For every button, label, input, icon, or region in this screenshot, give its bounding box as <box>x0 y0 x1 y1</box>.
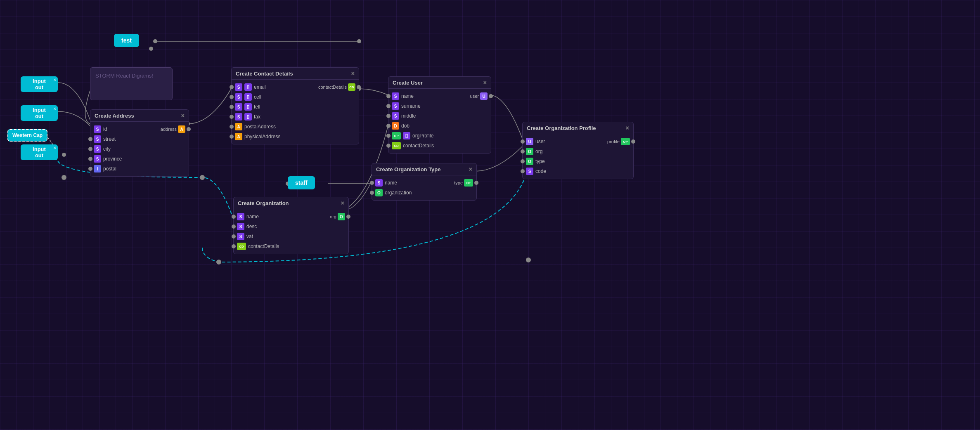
output-org: org O <box>330 213 345 220</box>
address-row-street: S street <box>90 134 189 144</box>
address-row-province: S province <box>90 154 189 164</box>
port-left-physical-addr <box>230 135 234 139</box>
create-user-node[interactable]: Create User × S name user U S surname <box>388 76 491 154</box>
create-org-profile-node[interactable]: Create Organization Profile × U user pro… <box>522 122 634 179</box>
badge-s-cell: S <box>235 93 242 101</box>
badge-cd-user: CD <box>392 142 401 149</box>
create-org-node[interactable]: Create Organization × S name org O S des… <box>233 197 349 254</box>
port-left-org-vat <box>232 234 236 239</box>
create-org-type-body: S name type OT O organization <box>372 175 476 200</box>
field-fax: fax <box>254 114 260 120</box>
orgprofile-row-code: S code <box>523 166 633 176</box>
port-left-orgprofile <box>386 134 391 138</box>
port-left-postal-addr <box>230 125 234 129</box>
field-street: street <box>103 136 116 142</box>
flow-canvas[interactable]: test staff Western Cap STORM React Digra… <box>0 0 980 430</box>
badge-bracket-email: [] <box>244 83 252 91</box>
field-postaladdress: postalAddress <box>244 124 276 130</box>
input-node-3[interactable]: × Input out <box>21 144 58 160</box>
badge-ot: OT <box>464 179 473 187</box>
port-left-name <box>386 94 391 98</box>
create-contact-node[interactable]: Create Contact Details × S [] email cont… <box>231 67 359 144</box>
create-address-node[interactable]: Create Address × S id address A S street <box>90 109 189 177</box>
badge-bracket-tell: [] <box>244 103 252 111</box>
badge-s-org-vat: S <box>237 233 244 240</box>
create-org-type-close[interactable]: × <box>469 166 472 172</box>
contact-row-email: S [] email contactDetails CD <box>232 82 359 92</box>
badge-o-orgprofile-org: O <box>526 148 533 155</box>
staff-pill-label: staff <box>295 180 308 186</box>
orgprofile-row-org: O org <box>523 146 633 156</box>
create-contact-header: Create Contact Details × <box>232 68 359 80</box>
badge-o-orgtype: O <box>375 189 383 196</box>
svg-point-3 <box>149 47 153 51</box>
field-org-name: name <box>246 214 259 220</box>
field-contactdetails-user: contactDetails <box>403 143 434 149</box>
port-left-org-name <box>232 215 236 219</box>
badge-bracket-orgprofile: [] <box>403 132 410 139</box>
org-row-name: S name org O <box>234 212 348 222</box>
storm-text: STORM React Digrams! <box>95 73 153 79</box>
port-left-middle <box>386 114 391 118</box>
badge-s-org-desc: S <box>237 223 244 230</box>
input1-out-label: out <box>35 84 43 90</box>
port-left-orgtype-name <box>370 181 374 185</box>
input1-close-icon[interactable]: × <box>54 77 56 82</box>
create-org-profile-close[interactable]: × <box>626 125 629 131</box>
western-cap-node[interactable]: Western Cap <box>7 129 47 142</box>
badge-s-org-name: S <box>237 213 244 220</box>
svg-point-13 <box>216 260 221 265</box>
org-row-vat: S vat <box>234 232 348 241</box>
field-surname: surname <box>401 103 421 109</box>
contact-row-tell: S [] tell <box>232 102 359 112</box>
field-orgprofile-org: org <box>535 149 542 154</box>
field-orgprofile-type: type <box>535 158 545 164</box>
create-user-close[interactable]: × <box>483 79 487 86</box>
create-contact-close[interactable]: × <box>351 70 355 77</box>
badge-s-province: S <box>94 155 101 163</box>
contact-row-cell: S [] cell <box>232 92 359 102</box>
input2-label: Input <box>33 107 46 113</box>
port-left-org-desc <box>232 224 236 229</box>
user-row-orgprofile: OP [] orgProfile <box>388 131 491 141</box>
port-left-province <box>88 157 92 161</box>
port-left-street <box>88 137 92 141</box>
field-org-contactdetails: contactDetails <box>248 243 279 249</box>
port-right-orgtype <box>474 181 478 185</box>
input3-close-icon[interactable]: × <box>54 145 56 150</box>
org-row-desc: S desc <box>234 222 348 232</box>
badge-s-email: S <box>235 83 242 91</box>
output-address: address A <box>161 125 185 133</box>
port-left-orgprofile-org <box>521 149 525 154</box>
field-orgprofile-user: user <box>535 139 545 144</box>
orgtype-row-name: S name type OT <box>372 178 476 188</box>
user-row-dob: D dob <box>388 121 491 131</box>
field-name: name <box>401 93 414 99</box>
input2-close-icon[interactable]: × <box>54 106 56 111</box>
test-pill-node[interactable]: test <box>114 34 139 47</box>
input3-label: Input <box>33 146 46 152</box>
badge-u-orgprofile: U <box>526 138 533 145</box>
orgprofile-row-type: O type <box>523 156 633 166</box>
port-left-cell <box>230 95 234 99</box>
create-address-close[interactable]: × <box>181 112 185 119</box>
badge-s-surname: S <box>392 102 399 110</box>
field-org-vat: vat <box>246 234 253 239</box>
create-org-type-header: Create Organization Type × <box>372 163 476 175</box>
create-org-title: Create Organization <box>238 200 289 206</box>
create-org-type-node[interactable]: Create Organization Type × S name type O… <box>372 163 477 201</box>
create-org-close[interactable]: × <box>341 200 344 206</box>
staff-pill-node[interactable]: staff <box>288 176 315 189</box>
create-user-title: Create User <box>393 80 423 86</box>
input-node-2[interactable]: × Input out <box>21 105 58 121</box>
port-left-email <box>230 85 234 89</box>
badge-cd-org: CD <box>237 243 246 250</box>
badge-o-orgprofile-type: O <box>526 158 533 165</box>
create-org-profile-title: Create Organization Profile <box>527 125 596 131</box>
input-node-1[interactable]: × Input out <box>21 76 58 92</box>
svg-point-2 <box>357 39 361 43</box>
address-row-id: S id address A <box>90 124 189 134</box>
output-user: user U <box>470 92 488 100</box>
port-left-tell <box>230 105 234 109</box>
port-right-org <box>346 215 350 219</box>
